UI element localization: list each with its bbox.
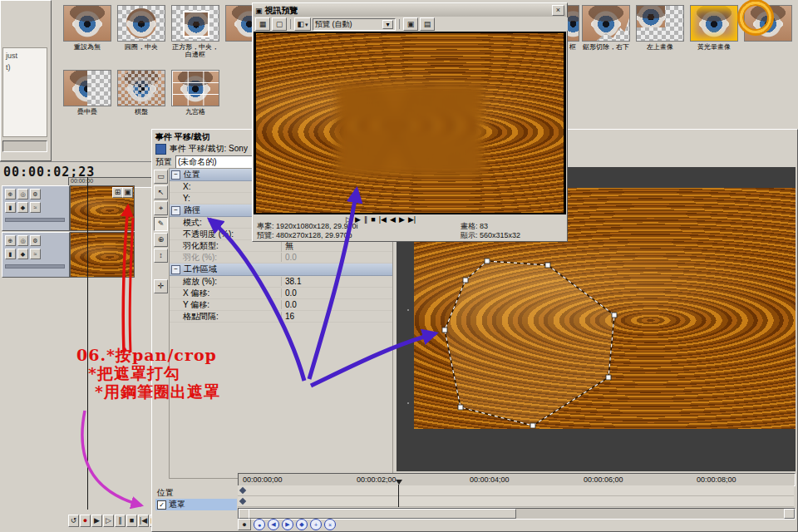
- preset-cell-partial[interactable]: 框: [566, 3, 579, 66]
- prev-frame-icon[interactable]: ◀: [390, 215, 396, 224]
- track-level-button[interactable]: ▮: [5, 202, 16, 213]
- external-monitor-icon[interactable]: ▢: [272, 17, 287, 31]
- chevron-down-icon[interactable]: ▾: [382, 20, 393, 29]
- keyframe-row-mask[interactable]: [238, 496, 794, 507]
- preview-titlebar[interactable]: ▣ 視訊預覽 ×: [254, 4, 566, 17]
- first-keyframe-button[interactable]: ●: [238, 519, 251, 530]
- preview-quality-combobox[interactable]: 預覽 (自動) ▾: [313, 18, 396, 31]
- keyframe-scrollbar[interactable]: [238, 508, 796, 520]
- event-pan-crop-button[interactable]: ▣: [122, 187, 133, 198]
- track-solo-button[interactable]: ◎: [17, 189, 28, 200]
- section-label: 工作區域: [184, 264, 217, 275]
- collapse-icon[interactable]: −: [171, 206, 180, 215]
- preset-cell-jagged-cut[interactable]: 鋸形切除，右下: [580, 3, 632, 66]
- mask-checkbox-label: 遮罩: [169, 499, 185, 510]
- play-from-start-button[interactable]: ▶: [91, 515, 102, 527]
- normal-edit-tool[interactable]: ↖: [154, 185, 168, 200]
- mask-checkbox[interactable]: ✓: [157, 500, 166, 510]
- preset-image-glow: [690, 5, 738, 42]
- stretch-tool[interactable]: ↕: [154, 249, 168, 263]
- prop-row-yoffset[interactable]: Y 偏移:0.0: [170, 299, 392, 311]
- next-keyframe-button[interactable]: ▶: [282, 519, 293, 530]
- keyframe-diamond[interactable]: [239, 498, 246, 505]
- preset-cell-reset[interactable]: 重設為無: [62, 3, 113, 66]
- show-properties-tool[interactable]: ▭: [154, 170, 168, 184]
- preset-image-circle: [117, 5, 165, 42]
- track-fader[interactable]: [5, 264, 65, 268]
- stop-icon[interactable]: ■: [371, 215, 375, 224]
- prop-row-gridspacing[interactable]: 格點間隔:16: [170, 311, 392, 323]
- track-level-button[interactable]: ▮: [5, 249, 16, 259]
- ruler-tick: 00:00:04;00: [470, 475, 510, 484]
- track-fader[interactable]: [5, 218, 65, 222]
- track-fx-button[interactable]: ⚙: [30, 189, 41, 200]
- close-icon[interactable]: ×: [552, 5, 564, 16]
- keyframe-row-position[interactable]: [238, 485, 794, 496]
- keyframe-cursor-line[interactable]: [398, 485, 399, 507]
- track-header-2[interactable]: ⊕ ◎ ⚙ ▮ ◆ ≈: [2, 232, 70, 278]
- zoom-tool[interactable]: ⊕: [154, 233, 168, 247]
- track-solo-button[interactable]: ◎: [17, 235, 28, 246]
- play-button[interactable]: ▷: [103, 515, 114, 527]
- move-tool[interactable]: ✛: [154, 279, 168, 293]
- go-to-start-button[interactable]: |◀: [138, 515, 149, 527]
- keyframe-ruler[interactable]: 00:00:00;00 00:00:02;00 00:00:04;00 00:0…: [238, 473, 796, 486]
- overlay-grid-icon[interactable]: ▦: [255, 17, 270, 31]
- track-automation-button[interactable]: ◆: [17, 202, 28, 213]
- next-frame-icon[interactable]: ▶: [399, 215, 405, 224]
- preset-image-topleft: [636, 5, 684, 42]
- preset-cell-yellow-glow[interactable]: 黃光暈畫像: [688, 3, 740, 66]
- snap-tool[interactable]: ⌖: [154, 201, 168, 215]
- collapse-icon[interactable]: −: [171, 170, 180, 180]
- preset-cell-pip[interactable]: 疊中疊: [62, 68, 113, 131]
- preview-video-area[interactable]: [254, 32, 566, 214]
- note-line-1: 06.*按pan/crop: [76, 346, 220, 364]
- keyframe-diamond[interactable]: [239, 487, 246, 494]
- copy-frame-icon[interactable]: ▣: [403, 17, 418, 31]
- pause-icon[interactable]: ∥: [364, 215, 368, 224]
- track-automation-button[interactable]: ◆: [17, 249, 28, 259]
- pause-button[interactable]: ∥: [115, 515, 126, 527]
- preset-cell-ninegrid[interactable]: 九宮格: [170, 68, 221, 131]
- pen-mask-tool[interactable]: ✎: [154, 217, 168, 231]
- go-to-start-icon[interactable]: |◀: [379, 215, 387, 224]
- track-more-button[interactable]: ≈: [30, 202, 41, 213]
- preset-cell-topleft-picture[interactable]: 左上畫像: [634, 3, 686, 66]
- preset-label: 框: [566, 43, 579, 51]
- preset-cell-checkerboard[interactable]: 棋盤: [116, 68, 167, 131]
- preset-label: 左上畫像: [634, 43, 686, 51]
- scroll-right-icon[interactable]: [784, 509, 795, 519]
- track-mute-button[interactable]: ⊕: [5, 189, 16, 200]
- section-workarea[interactable]: −工作區域: [170, 264, 392, 276]
- collapse-icon[interactable]: −: [171, 265, 180, 274]
- preset-cell-square-center[interactable]: 正方形，中央，白邊框: [170, 3, 221, 66]
- insert-keyframe-button[interactable]: ◆: [296, 519, 308, 530]
- timeline-clip-1[interactable]: ⊞ ▣: [70, 185, 135, 231]
- delete-keyframe-button[interactable]: ×: [324, 519, 336, 530]
- quality-dropdown-icon[interactable]: ◧ ▾: [294, 17, 311, 31]
- prev-keyframe-button[interactable]: ◀: [268, 519, 279, 530]
- sync-cursor-button[interactable]: ●: [254, 519, 265, 530]
- timeline-cursor-head[interactable]: [396, 480, 402, 485]
- panel-scrollbar[interactable]: [2, 140, 47, 152]
- add-keyframe-button[interactable]: +: [310, 519, 322, 530]
- keyframe-track-mask-row[interactable]: ✓ 遮罩: [155, 499, 237, 510]
- save-snapshot-icon[interactable]: ▤: [420, 17, 435, 31]
- prop-row-zoom[interactable]: 縮放 (%):38.1: [170, 276, 392, 288]
- prop-row-feather-type[interactable]: 羽化類型:無: [170, 240, 392, 252]
- track-more-button[interactable]: ≈: [30, 249, 41, 259]
- edit-cursor[interactable]: [87, 177, 88, 510]
- track-mute-button[interactable]: ⊕: [5, 235, 16, 246]
- go-to-end-icon[interactable]: ▶|: [408, 215, 416, 224]
- record-button[interactable]: ●: [80, 515, 91, 527]
- prop-row-feather-pct[interactable]: 羽化 (%):0.0: [170, 252, 392, 264]
- track-header-1[interactable]: ⊕ ◎ ⚙ ▮ ◆ ≈: [2, 185, 70, 231]
- scrollbar-thumb[interactable]: [249, 509, 516, 519]
- keyframe-track-position-label[interactable]: 位置: [157, 487, 174, 499]
- track-fx-button[interactable]: ⚙: [30, 235, 41, 246]
- preset-cell-circle-center[interactable]: 圓圈，中央: [116, 3, 167, 66]
- prop-row-xoffset[interactable]: X 偏移:0.0: [170, 288, 392, 299]
- stop-button[interactable]: ■: [126, 515, 137, 527]
- loop-playback-button[interactable]: ↺: [68, 515, 79, 527]
- timeline-clip-2[interactable]: [70, 232, 135, 278]
